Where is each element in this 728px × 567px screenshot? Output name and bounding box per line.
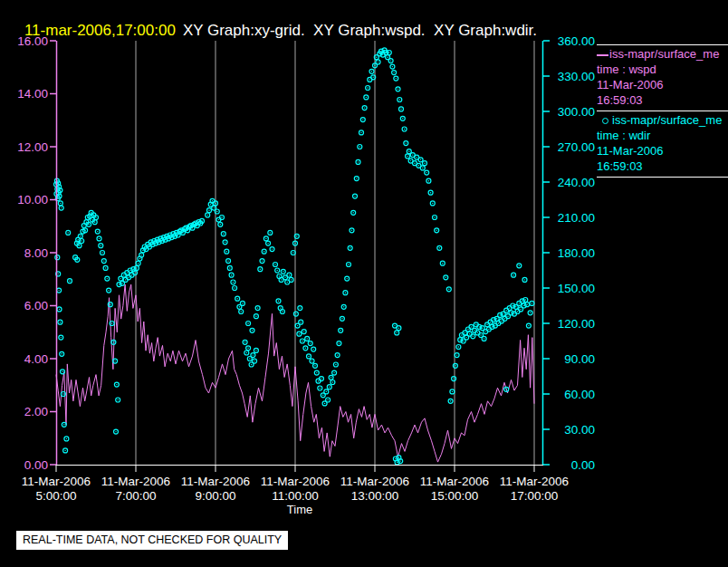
svg-text:10.00: 10.00 [17, 193, 48, 207]
svg-text:5:00:00: 5:00:00 [35, 489, 76, 503]
x-axis: 11-Mar-20065:00:0011-Mar-20067:00:0011-M… [22, 465, 569, 503]
xy-graph-window: 11-mar-2006,17:00:00XY Graph:xy-grid. XY… [0, 0, 728, 567]
svg-text:360.00: 360.00 [558, 34, 595, 48]
svg-text:210.00: 210.00 [558, 211, 595, 225]
legend-wspd-date: 11-Mar-2006 [597, 77, 728, 92]
legend-wspd-name: iss-mapr/surface_me [609, 47, 719, 61]
legend-wdir-source: iss-mapr/surface_me [597, 112, 728, 128]
svg-text:300.00: 300.00 [558, 105, 595, 119]
svg-text:270.00: 270.00 [558, 140, 595, 154]
svg-text:8.00: 8.00 [24, 246, 48, 260]
legend-entry-wspd: iss-mapr/surface_me time : wspd 11-Mar-2… [597, 44, 728, 111]
legend-wspd-source: iss-mapr/surface_me [597, 46, 728, 62]
line-marker-icon [597, 54, 608, 56]
svg-text:11-Mar-2006: 11-Mar-2006 [340, 475, 409, 488]
svg-text:12.00: 12.00 [17, 140, 48, 154]
svg-text:150.00: 150.00 [558, 282, 595, 295]
svg-text:11-Mar-2006: 11-Mar-2006 [261, 475, 330, 488]
svg-text:16.00: 16.00 [17, 34, 48, 48]
svg-text:180.00: 180.00 [558, 246, 595, 260]
svg-text:11-Mar-2006: 11-Mar-2006 [181, 475, 250, 488]
right-axis: 0.0030.0060.0090.00120.00150.00180.00210… [543, 34, 596, 472]
svg-text:11-Mar-2006: 11-Mar-2006 [420, 475, 489, 488]
wdir-scatter [54, 48, 534, 465]
svg-text:4.00: 4.00 [24, 352, 48, 366]
legend-wdir-field: time : wdir [597, 128, 728, 143]
svg-text:90.00: 90.00 [564, 352, 595, 366]
svg-text:9:00:00: 9:00:00 [195, 489, 235, 503]
legend-wspd-time: 16:59:03 [597, 92, 728, 108]
legend-wdir-time: 16:59:03 [597, 159, 728, 174]
legend-wdir-name: iss-mapr/surface_me [612, 113, 722, 127]
svg-text:17:00:00: 17:00:00 [511, 489, 559, 503]
svg-text:11-Mar-2006: 11-Mar-2006 [500, 475, 569, 488]
svg-text:15:00:00: 15:00:00 [431, 489, 479, 503]
left-axis: 0.002.004.006.008.0010.0012.0014.0016.00 [17, 34, 56, 472]
svg-text:30.00: 30.00 [564, 423, 595, 437]
x-axis-title: Time [56, 503, 543, 516]
svg-text:2.00: 2.00 [24, 405, 48, 418]
svg-text:240.00: 240.00 [558, 176, 595, 189]
svg-text:11-Mar-2006: 11-Mar-2006 [101, 475, 170, 488]
legend-wspd-field: time : wspd [597, 62, 728, 77]
svg-text:120.00: 120.00 [558, 317, 595, 331]
svg-text:0.00: 0.00 [571, 458, 595, 472]
svg-text:11-Mar-2006: 11-Mar-2006 [22, 475, 91, 488]
circle-marker-icon [602, 118, 608, 124]
svg-text:6.00: 6.00 [24, 299, 48, 312]
grid-lines [136, 41, 534, 465]
legend-entry-wdir: iss-mapr/surface_me time : wdir 11-Mar-2… [597, 111, 728, 178]
svg-text:0.00: 0.00 [24, 458, 48, 472]
legend-wdir-date: 11-Mar-2006 [597, 143, 728, 159]
quality-banner: REAL-TIME DATA, NOT CHECKED FOR QUALITY [16, 531, 288, 550]
svg-text:60.00: 60.00 [564, 388, 595, 401]
svg-text:11:00:00: 11:00:00 [272, 489, 319, 503]
svg-text:330.00: 330.00 [558, 70, 595, 83]
svg-text:14.00: 14.00 [17, 87, 48, 101]
svg-text:13:00:00: 13:00:00 [351, 489, 399, 503]
legend: iss-mapr/surface_me time : wspd 11-Mar-2… [597, 44, 728, 178]
svg-text:7:00:00: 7:00:00 [115, 489, 156, 503]
